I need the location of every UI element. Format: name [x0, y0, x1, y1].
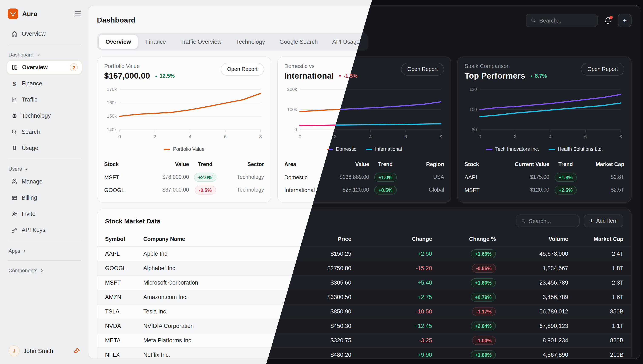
card-table: StockCurrent ValueTrendMarket Cap AAPL$1…: [465, 158, 624, 196]
sidebar-item-traffic[interactable]: Traffic: [7, 92, 82, 106]
sidebar-item-technology[interactable]: Technology: [7, 109, 82, 123]
svg-text:4: 4: [369, 134, 371, 139]
sidebar-item-usage[interactable]: Usage: [7, 141, 82, 155]
change-pct-pill: -1.17%: [472, 307, 496, 316]
svg-text:4: 4: [189, 134, 191, 139]
card-table: StockValueTrendSector MSFT$78,000.00 +2.…: [104, 158, 264, 196]
brand-name: Aura: [22, 10, 70, 18]
svg-text:150k: 150k: [107, 114, 117, 118]
card-title: Domestic vs: [284, 63, 357, 69]
aura-logo-icon: [8, 8, 18, 19]
svg-text:0: 0: [299, 134, 301, 139]
change-pct-pill: +2.84%: [471, 322, 496, 330]
panel-title: Stock Market Data: [105, 217, 160, 224]
add-item-button[interactable]: + Add Item: [584, 214, 623, 227]
card-table-row: GOOGL$37,000.00 -0.5% Technology: [104, 184, 264, 196]
sidebar-nav: Overview Dashboard Overview 2 $ Finance: [7, 27, 82, 276]
tab[interactable]: Finance: [139, 35, 173, 49]
search-icon: [531, 18, 536, 23]
svg-text:0: 0: [118, 134, 121, 139]
card-headline: $167,000.00: [104, 71, 150, 81]
chip-icon: [11, 112, 18, 119]
divider: [8, 241, 81, 241]
svg-text:6: 6: [584, 134, 587, 139]
sidebar: Aura Overview Dashboard Overvi: [0, 0, 88, 364]
sidebar-item-label: Overview: [22, 30, 46, 37]
card-headline: International: [284, 71, 334, 81]
user-name: John Smith: [23, 348, 69, 354]
legend-dash: [486, 148, 492, 150]
stock-comparison-card: Stock Comparison Top Performers ▲8.7% Op…: [457, 56, 631, 202]
sidebar-item-overview[interactable]: Overview 2: [7, 60, 82, 74]
svg-text:80: 80: [472, 127, 477, 132]
users-icon: [11, 178, 18, 185]
sidebar-item-api-keys[interactable]: API Keys: [7, 223, 82, 237]
sidebar-item-search[interactable]: Search: [7, 125, 82, 139]
open-report-button[interactable]: Open Report: [401, 63, 444, 76]
trend-pill: +2.0%: [194, 173, 217, 182]
card-table-row: MSFT$120.00 +2.5% $2.5T: [465, 184, 624, 196]
menu-icon[interactable]: [74, 10, 81, 17]
user-row[interactable]: J John Smith: [7, 344, 82, 358]
avatar: J: [9, 345, 20, 356]
create-new-button[interactable]: +: [618, 14, 631, 27]
tab-bar: OverviewFinanceTraffic OverviewTechnolog…: [97, 33, 368, 50]
sidebar-item-manage[interactable]: Manage: [7, 174, 82, 188]
page-title: Dashboard: [97, 16, 135, 25]
chevron-down-icon: [24, 167, 29, 172]
divider: [8, 44, 81, 45]
open-report-button[interactable]: Open Report: [221, 63, 264, 76]
user-plus-icon: [11, 211, 18, 217]
search-icon: [521, 218, 525, 224]
overview-badge: 2: [70, 63, 78, 71]
open-report-button[interactable]: Open Report: [581, 63, 624, 76]
divider: [8, 159, 81, 159]
chevron-right-icon: [22, 249, 27, 253]
svg-text:8: 8: [439, 134, 442, 139]
portfolio-chart: 170k160k150k140k02468: [104, 84, 264, 144]
card-table-row: AAPL$175.00 +1.8% $2.8T: [465, 171, 624, 184]
notifications-button[interactable]: [604, 16, 612, 24]
credit-card-icon: [11, 195, 18, 201]
svg-text:2: 2: [334, 134, 336, 139]
search-icon: [11, 129, 18, 135]
change-pct-pill: +1.69%: [471, 249, 496, 258]
notification-dot: [609, 16, 613, 19]
header-search[interactable]: [526, 14, 598, 27]
tab[interactable]: Technology: [229, 35, 272, 49]
svg-text:100: 100: [470, 107, 477, 112]
trend-pill: +2.5%: [554, 186, 577, 194]
chart-legend: Tech Innovators Inc.Health Solutions Ltd…: [465, 144, 624, 154]
sidebar-item-finance[interactable]: $ Finance: [7, 76, 82, 90]
section-apps[interactable]: Apps: [7, 245, 82, 256]
key-icon: [11, 226, 18, 234]
section-users[interactable]: Users: [7, 163, 82, 174]
legend-dash: [164, 148, 170, 150]
table-search[interactable]: [516, 214, 579, 227]
table-search-input[interactable]: [529, 218, 574, 224]
portfolio-value-card: Portfolio Value $167,000.00 ▲12.5% Open …: [97, 56, 271, 202]
sidebar-item-overview-top[interactable]: Overview: [7, 27, 82, 41]
svg-text:6: 6: [224, 134, 227, 139]
delta-badge: ▲8.7%: [529, 73, 547, 79]
tab[interactable]: Traffic Overview: [173, 35, 228, 49]
header-search-input[interactable]: [539, 17, 593, 24]
sidebar-item-billing[interactable]: Billing: [7, 191, 82, 205]
chart-legend: Portfolio Value: [104, 144, 264, 154]
svg-text:120: 120: [470, 87, 477, 92]
section-dashboard[interactable]: Dashboard: [7, 49, 82, 60]
card-title: Stock Comparison: [465, 63, 547, 69]
sidebar-item-invite[interactable]: Invite: [7, 207, 82, 221]
tab[interactable]: Overview: [99, 35, 138, 49]
legend-dash: [366, 148, 372, 150]
svg-text:4: 4: [549, 134, 552, 139]
card-table-row: MSFT$78,000.00 +2.0% Technology: [104, 171, 264, 184]
section-components[interactable]: Components: [7, 264, 82, 276]
divider: [8, 260, 81, 261]
stock-comparison-chart: 1201008002468: [465, 84, 624, 144]
theme-paintbrush-icon[interactable]: [73, 347, 80, 355]
delta-badge: ▲12.5%: [154, 73, 175, 79]
plus-icon: +: [590, 218, 593, 224]
device-icon: [11, 145, 18, 151]
tab[interactable]: Google Search: [273, 35, 324, 49]
